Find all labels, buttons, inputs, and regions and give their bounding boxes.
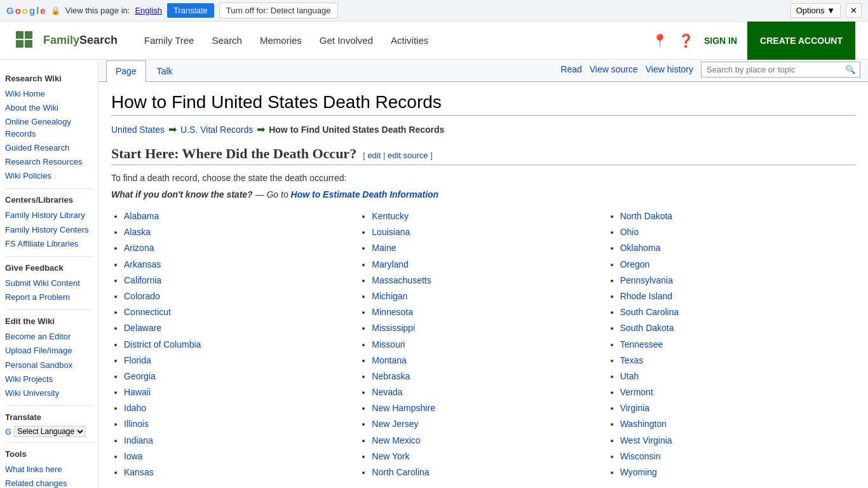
- nav-get-involved[interactable]: Get Involved: [312, 31, 381, 50]
- state-idaho[interactable]: Idaho: [124, 403, 146, 413]
- sidebar-item-personal-sandbox[interactable]: Personal Sandbox: [5, 358, 93, 372]
- tab-talk[interactable]: Talk: [147, 60, 182, 82]
- help-icon[interactable]: ❓: [678, 33, 694, 48]
- state-california[interactable]: California: [124, 275, 161, 285]
- sidebar-item-guided-research[interactable]: Guided Research: [5, 141, 93, 155]
- state-ohio[interactable]: Ohio: [620, 227, 639, 237]
- search-button[interactable]: 🔍: [841, 62, 860, 77]
- state-new-mexico[interactable]: New Mexico: [372, 435, 420, 445]
- sidebar-item-upload-file[interactable]: Upload File/Image: [5, 344, 93, 358]
- state-louisiana[interactable]: Louisiana: [372, 227, 410, 237]
- state-texas[interactable]: Texas: [620, 355, 644, 365]
- state-utah[interactable]: Utah: [620, 371, 639, 381]
- state-oregon[interactable]: Oregon: [620, 259, 650, 269]
- language-link[interactable]: English: [135, 6, 162, 15]
- state-massachusetts[interactable]: Massachusetts: [372, 275, 431, 285]
- state-maryland[interactable]: Maryland: [372, 259, 409, 269]
- state-new-york[interactable]: New York: [372, 451, 409, 461]
- logo[interactable]: FamilySearch: [13, 28, 118, 53]
- sidebar-item-become-editor[interactable]: Become an Editor: [5, 330, 93, 344]
- state-dc[interactable]: District of Columbia: [124, 339, 201, 349]
- state-vermont[interactable]: Vermont: [620, 387, 653, 397]
- nav-search[interactable]: Search: [204, 31, 250, 50]
- translate-button[interactable]: Translate: [167, 3, 214, 18]
- list-item: Louisiana: [372, 224, 594, 240]
- state-west-virginia[interactable]: West Virginia: [620, 435, 672, 445]
- state-arizona[interactable]: Arizona: [124, 243, 154, 253]
- sign-in-button[interactable]: SIGN IN: [704, 36, 737, 46]
- state-north-dakota[interactable]: North Dakota: [620, 211, 672, 221]
- tab-page[interactable]: Page: [106, 60, 146, 82]
- search-input[interactable]: [702, 62, 841, 77]
- state-georgia[interactable]: Georgia: [124, 371, 156, 381]
- state-alabama[interactable]: Alabama: [124, 211, 159, 221]
- sidebar-item-wiki-policies[interactable]: Wiki Policies: [5, 169, 93, 183]
- estimate-death-link[interactable]: How to Estimate Death Information: [291, 189, 439, 200]
- state-colorado[interactable]: Colorado: [124, 291, 160, 301]
- state-kansas[interactable]: Kansas: [124, 467, 154, 477]
- state-south-dakota[interactable]: South Dakota: [620, 323, 674, 333]
- turn-off-button[interactable]: Turn off for: Detect language: [219, 3, 338, 18]
- sidebar-item-what-links-here[interactable]: What links here: [5, 463, 93, 477]
- sidebar-item-submit-wiki[interactable]: Submit Wiki Content: [5, 276, 93, 290]
- breadcrumb-vital-records[interactable]: U.S. Vital Records: [180, 125, 253, 135]
- sidebar-item-report-problem[interactable]: Report a Problem: [5, 290, 93, 304]
- state-arkansas[interactable]: Arkansas: [124, 259, 161, 269]
- breadcrumb-united-states[interactable]: United States: [111, 125, 165, 135]
- state-nevada[interactable]: Nevada: [372, 387, 402, 397]
- sidebar-item-about-wiki[interactable]: About the Wiki: [5, 101, 93, 115]
- state-florida[interactable]: Florida: [124, 355, 151, 365]
- tab-view-source[interactable]: View source: [590, 64, 638, 74]
- state-mississippi[interactable]: Mississippi: [372, 323, 415, 333]
- state-missouri[interactable]: Missouri: [372, 339, 405, 349]
- state-virginia[interactable]: Virginia: [620, 403, 649, 413]
- state-michigan[interactable]: Michigan: [372, 291, 407, 301]
- sidebar-item-related-changes[interactable]: Related changes: [5, 477, 93, 488]
- edit-link[interactable]: edit: [367, 151, 381, 160]
- nav-family-tree[interactable]: Family Tree: [137, 31, 201, 50]
- sidebar-item-family-history-library[interactable]: Family History Library: [5, 208, 93, 222]
- sidebar-item-research-resources[interactable]: Research Resources: [5, 155, 93, 169]
- state-oklahoma[interactable]: Oklahoma: [620, 243, 661, 253]
- state-washington[interactable]: Washington: [620, 419, 667, 429]
- state-connecticut[interactable]: Connecticut: [124, 307, 171, 317]
- select-language-dropdown[interactable]: Select Language: [14, 426, 86, 437]
- state-alaska[interactable]: Alaska: [124, 227, 151, 237]
- options-button[interactable]: Options ▼: [790, 3, 841, 18]
- edit-source-link[interactable]: edit source: [388, 151, 428, 160]
- sidebar-item-wiki-projects[interactable]: Wiki Projects: [5, 372, 93, 386]
- state-wyoming[interactable]: Wyoming: [620, 467, 657, 477]
- state-indiana[interactable]: Indiana: [124, 435, 153, 445]
- sidebar-item-family-history-centers[interactable]: Family History Centers: [5, 223, 93, 237]
- state-rhode-island[interactable]: Rhode Island: [620, 291, 673, 301]
- tab-view-history[interactable]: View history: [646, 64, 693, 74]
- state-new-hampshire[interactable]: New Hampshire: [372, 403, 435, 413]
- state-hawaii[interactable]: Hawaii: [124, 387, 151, 397]
- close-translate-button[interactable]: ✕: [846, 3, 862, 18]
- list-item: Alabama: [124, 208, 346, 224]
- sidebar-item-fs-affiliate-libraries[interactable]: FS Affiliate Libraries: [5, 237, 93, 251]
- sidebar-item-wiki-university[interactable]: Wiki University: [5, 386, 93, 400]
- location-icon[interactable]: 📍: [652, 33, 668, 48]
- state-wisconsin[interactable]: Wisconsin: [620, 451, 661, 461]
- sidebar-item-online-genealogy[interactable]: Online Genealogy Records: [5, 115, 93, 140]
- state-new-jersey[interactable]: New Jersey: [372, 419, 418, 429]
- state-montana[interactable]: Montana: [372, 355, 406, 365]
- state-pennsylvania[interactable]: Pennsylvania: [620, 275, 673, 285]
- tab-read[interactable]: Read: [560, 64, 581, 74]
- create-account-button[interactable]: CREATE ACCOUNT: [747, 22, 855, 60]
- sidebar-item-wiki-home[interactable]: Wiki Home: [5, 87, 93, 101]
- state-tennessee[interactable]: Tennessee: [620, 339, 663, 349]
- state-maine[interactable]: Maine: [372, 243, 396, 253]
- state-kentucky[interactable]: Kentucky: [372, 211, 409, 221]
- nav-activities[interactable]: Activities: [383, 31, 436, 50]
- list-item: South Carolina: [620, 304, 843, 320]
- nav-memories[interactable]: Memories: [252, 31, 309, 50]
- state-iowa[interactable]: Iowa: [124, 451, 143, 461]
- state-minnesota[interactable]: Minnesota: [372, 307, 413, 317]
- state-nebraska[interactable]: Nebraska: [372, 371, 410, 381]
- state-north-carolina[interactable]: North Carolina: [372, 467, 429, 477]
- state-delaware[interactable]: Delaware: [124, 323, 161, 333]
- state-south-carolina[interactable]: South Carolina: [620, 307, 679, 317]
- state-illinois[interactable]: Illinois: [124, 419, 149, 429]
